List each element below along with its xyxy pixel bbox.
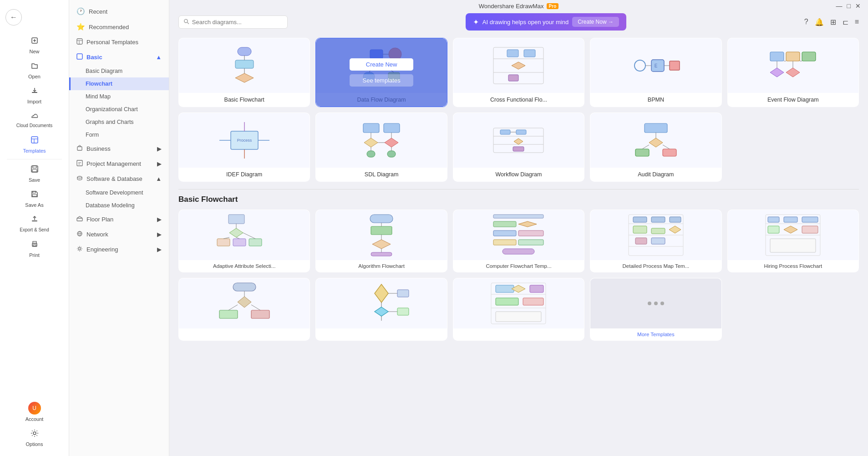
create-now-button[interactable]: Create Now →	[572, 17, 619, 27]
sidebar-item-new[interactable]: New	[0, 33, 69, 58]
diagram-card-data-flow[interactable]: Data Flow Diagram Create New See templat…	[315, 38, 447, 107]
create-new-btn-bpmn[interactable]: Create New	[624, 58, 688, 71]
sidebar-item-open[interactable]: Open	[0, 58, 69, 83]
svg-rect-110	[371, 226, 392, 235]
see-templates-btn-audit[interactable]: See templates	[624, 149, 688, 161]
narrow-sidebar: ← New Open Import Cloud Documents Templa…	[0, 0, 69, 456]
svg-rect-104	[249, 239, 262, 246]
sidebar-recommended[interactable]: ⭐ Recommended	[69, 19, 169, 35]
sidebar-item-print[interactable]: Print	[0, 236, 69, 261]
sidebar-category-network[interactable]: Network ▶	[69, 227, 169, 242]
close-button[interactable]: ✕	[855, 2, 861, 10]
notification-icon[interactable]: 🔔	[815, 18, 824, 26]
diagram-card-idef[interactable]: Process IDEF Diagram Create New See temp…	[178, 113, 310, 182]
floor-chevron: ▶	[157, 216, 162, 223]
create-new-btn-dfd[interactable]: Create New	[350, 58, 413, 71]
svg-rect-13	[32, 220, 37, 221]
top-toolbar: ✦ AI drawing helps open your mind Create…	[169, 11, 868, 32]
sidebar-sub-basic-diagram[interactable]: Basic Diagram	[69, 65, 169, 77]
template-card-t8[interactable]	[453, 278, 584, 341]
see-templates-btn-idef[interactable]: See templates	[213, 149, 276, 161]
sidebar-sub-graphs-charts[interactable]: Graphs and Charts	[69, 116, 169, 128]
sidebar-category-project[interactable]: Project Management ▶	[69, 156, 169, 171]
template-card-computer[interactable]: Computer Flowchart Temp...	[453, 210, 584, 272]
diagram-card-cross-functional[interactable]: Cross Functional Flo... Create New See t…	[453, 38, 584, 107]
template-card-adaptive[interactable]: Adaptive Attribute Selecti...	[178, 210, 310, 272]
search-bar[interactable]	[178, 15, 288, 29]
create-new-btn-cf[interactable]: Create New	[487, 58, 550, 71]
search-icon	[183, 18, 189, 26]
template-card-detailed[interactable]: Detailed Process Map Tem...	[590, 210, 721, 272]
sidebar-category-software[interactable]: Software & Database ▲	[69, 171, 169, 186]
software-label: Software & Database	[86, 175, 142, 182]
sidebar-sub-software-dev[interactable]: Software Development	[69, 186, 169, 199]
see-templates-btn-sdl[interactable]: See templates	[350, 149, 413, 161]
diagram-card-event-flow[interactable]: Event Flow Diagram Create New See templa…	[727, 38, 859, 107]
window-controls: — □ ✕	[836, 2, 861, 10]
see-templates-btn-cf[interactable]: See templates	[487, 74, 550, 87]
search-input[interactable]	[192, 19, 283, 26]
ai-icon: ✦	[473, 18, 479, 26]
save-label: Save	[29, 177, 40, 183]
sidebar-item-cloud[interactable]: Cloud Documents	[0, 108, 69, 132]
sidebar-category-business[interactable]: Business ▶	[69, 141, 169, 156]
diagram-card-bpmn[interactable]: E BPMN Create New See templates	[590, 38, 721, 107]
help-icon[interactable]: ?	[804, 18, 808, 26]
create-new-btn-idef[interactable]: Create New	[213, 133, 276, 145]
wide-sidebar: 🕐 Recent ⭐ Recommended Personal Template…	[69, 0, 169, 456]
template-card-hiring[interactable]: Hiring Process Flowchart	[727, 210, 859, 272]
sidebar-item-options[interactable]: Options	[0, 425, 69, 451]
sidebar-recent[interactable]: 🕐 Recent	[69, 4, 169, 19]
see-templates-btn-wf[interactable]: See templates	[487, 149, 550, 161]
sidebar-item-templates[interactable]: Templates	[0, 132, 69, 157]
more-dots	[648, 302, 664, 305]
template-card-t7[interactable]	[315, 278, 447, 341]
create-new-btn-audit[interactable]: Create New	[624, 133, 688, 145]
share-icon[interactable]: ⊏	[843, 18, 848, 26]
sidebar-category-floor[interactable]: Floor Plan ▶	[69, 212, 169, 227]
sidebar-sub-mind-map[interactable]: Mind Map	[69, 90, 169, 103]
basic-icon	[76, 53, 83, 61]
see-templates-btn-ef[interactable]: See templates	[761, 74, 825, 87]
sidebar-personal-templates[interactable]: Personal Templates	[69, 35, 169, 50]
diagram-card-audit[interactable]: Audit Diagram Create New See templates	[590, 113, 721, 182]
sidebar-category-engineering[interactable]: Engineering ▶	[69, 242, 169, 257]
sidebar-item-import[interactable]: Import	[0, 83, 69, 108]
settings-icon[interactable]: ≡	[855, 18, 859, 26]
svg-rect-148	[219, 310, 238, 318]
back-button[interactable]: ←	[5, 9, 22, 26]
sidebar-sub-org-chart[interactable]: Organizational Chart	[69, 103, 169, 116]
create-new-btn-wf[interactable]: Create New	[487, 133, 550, 145]
sidebar-item-export[interactable]: Export & Send	[0, 211, 69, 236]
diagram-card-workflow[interactable]: Workflow Diagram Create New See template…	[453, 113, 584, 182]
maximize-button[interactable]: □	[847, 2, 851, 10]
project-icon	[76, 160, 83, 168]
sidebar-sub-flowchart[interactable]: Flowchart	[69, 77, 169, 90]
create-new-btn-sdl[interactable]: Create New	[350, 133, 413, 145]
sidebar-sub-form[interactable]: Form	[69, 128, 169, 141]
minimize-button[interactable]: —	[836, 2, 843, 10]
sidebar-item-save[interactable]: Save	[0, 161, 69, 186]
import-icon	[30, 87, 39, 97]
svg-line-33	[188, 22, 189, 24]
grid-icon[interactable]: ⊞	[830, 18, 836, 26]
sidebar-sub-database-modeling[interactable]: Database Modeling	[69, 199, 169, 212]
svg-rect-168	[523, 298, 543, 305]
svg-marker-118	[518, 221, 537, 227]
template-card-t6[interactable]	[178, 278, 310, 341]
sidebar-item-account[interactable]: U Account	[0, 398, 69, 425]
see-templates-btn-dfd[interactable]: See templates	[350, 74, 413, 87]
see-templates-btn-bpmn[interactable]: See templates	[624, 74, 688, 87]
sidebar-item-saveas[interactable]: Save As	[0, 186, 69, 211]
sidebar-category-basic[interactable]: Basic ▲	[69, 50, 169, 65]
top-icons: ? 🔔 ⊞ ⊏ ≡	[804, 18, 859, 26]
create-new-btn-ef[interactable]: Create New	[761, 58, 825, 71]
see-templates-btn-basic[interactable]: See templates	[213, 74, 276, 87]
create-new-btn-basic[interactable]: Create New	[213, 58, 276, 71]
t8-thumb	[453, 278, 584, 328]
diagram-card-sdl[interactable]: SDL Diagram Create New See templates	[315, 113, 447, 182]
template-card-algorithm[interactable]: Algorithm Flowchart	[315, 210, 447, 272]
template-card-more[interactable]: More Templates	[590, 278, 721, 341]
save-icon	[30, 165, 39, 175]
diagram-card-basic-flowchart[interactable]: Basic Flowchart Create New See templates	[178, 38, 310, 107]
